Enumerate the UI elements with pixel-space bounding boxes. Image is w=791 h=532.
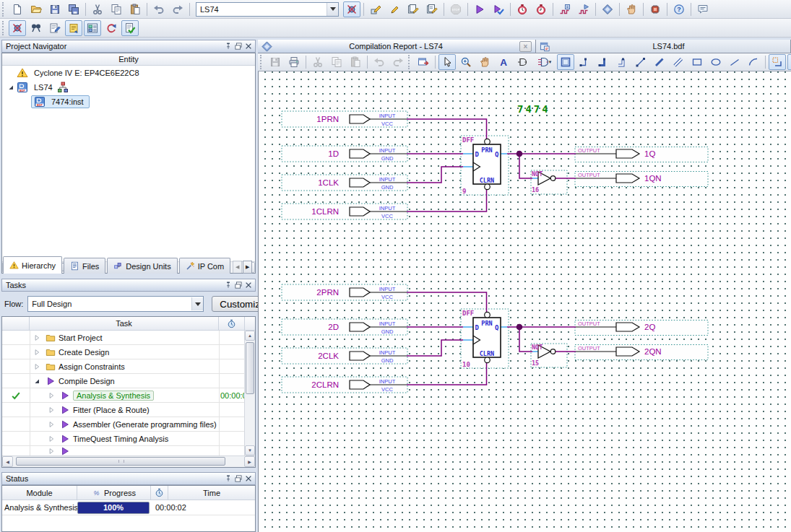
pencil-new-button[interactable] [367,1,384,17]
task-expander-icon[interactable] [47,420,59,429]
task-row[interactable]: TimeQuest Timing Analysis [2,432,245,446]
orth-node-button[interactable] [576,54,593,70]
tasks-pin-button[interactable] [224,281,233,289]
save-button[interactable] [46,1,64,17]
detect-compass-button[interactable] [343,1,360,17]
cut-button[interactable] [89,1,106,17]
task-expander-icon[interactable] [47,447,59,455]
run-check-button[interactable] [490,1,507,17]
text-tool-button[interactable]: A [495,54,512,70]
printer-button[interactable] [285,54,303,70]
task-expander-icon[interactable] [33,377,44,385]
pin-tool-button[interactable] [514,54,531,70]
undo-button[interactable] [150,1,168,17]
scroll-thumb[interactable] [16,457,225,466]
symbol-tool-button[interactable]: ▾ [532,54,556,70]
detect-compass-button[interactable] [9,20,26,36]
task-row[interactable]: Compile Design [2,374,245,388]
task-row[interactable]: Fitter (Place & Route) [2,403,245,417]
ellipse-tool-button[interactable] [707,54,725,70]
assignments-button[interactable] [84,20,101,36]
cursor-tool-button[interactable] [438,54,456,70]
tasks-float-button[interactable] [234,281,243,289]
note-goto-button[interactable] [65,20,82,36]
time-column-header[interactable]: Time [168,486,255,500]
rubberband-h-button[interactable] [769,54,786,70]
task-row[interactable]: Create Design [2,345,245,359]
hand-tool-button[interactable] [476,54,493,70]
open-folder-button[interactable] [27,1,45,17]
task-expander-icon[interactable] [33,362,44,371]
entity-tree-row[interactable]: BDFLS74 [2,80,255,95]
task-expander-icon[interactable] [33,348,44,357]
timer-1-button[interactable] [514,1,531,17]
tasks-vscrollbar[interactable]: ▲▼ [244,331,255,455]
project-navigator-close-button[interactable] [244,42,253,51]
tab-hierarchy[interactable]: Hierarchy [3,256,62,274]
check-doc-button[interactable] [121,20,139,36]
status-pin-button[interactable] [224,474,233,483]
tab-close-button[interactable]: × [519,41,532,52]
diag-conduit-button[interactable] [670,54,687,70]
entity-tree-row[interactable]: Cyclone IV E: EP4CE6E22C8 [2,66,255,80]
new-file-button[interactable] [9,1,26,17]
task-expander-icon[interactable] [47,391,59,400]
find-button[interactable] [27,20,45,36]
paste-button[interactable] [126,1,144,17]
netlist-2-button[interactable] [575,1,592,17]
toolbar-grip[interactable] [2,2,6,17]
task-expander-icon[interactable] [47,435,59,443]
project-combo-arrow[interactable] [327,3,338,16]
status-close-button[interactable] [244,474,253,483]
diag-node-button[interactable] [632,54,649,70]
task-column-header[interactable]: Task [30,317,219,330]
scroll-left-button[interactable]: ◀ [2,456,13,467]
entity-column-header[interactable]: Entity [2,53,255,66]
rubberband-v-button[interactable] [787,54,791,70]
task-row[interactable] [2,446,245,456]
module-column-header[interactable]: Module [2,486,77,500]
project-navigator-pin-button[interactable] [224,42,233,51]
toolbar-grip[interactable] [408,55,412,69]
task-row[interactable]: Assembler (Generate programming files) [2,417,245,432]
orth-bus-button[interactable] [595,54,612,70]
scroll-up-button[interactable]: ▲ [245,331,255,341]
netlist-1-button[interactable] [556,1,574,17]
toolbar-grip[interactable] [2,21,6,35]
doc-stack-edit-button[interactable] [405,1,422,17]
task-status-column-header[interactable] [2,317,30,330]
dropdown-arrow-icon[interactable]: ▾ [549,59,552,65]
task-row[interactable]: Start Project [2,331,245,345]
line-tool-button[interactable] [726,54,743,70]
refresh-button[interactable] [103,20,120,36]
doc-stack-edit2-button[interactable] [423,1,441,17]
progress-column-header[interactable]: %Progress [77,486,151,500]
task-expander-icon[interactable] [47,406,59,414]
flow-combobox[interactable]: Full Design [27,296,204,312]
timer-2-button[interactable] [532,1,550,17]
scroll-thumb[interactable] [246,342,254,394]
tasks-hscrollbar[interactable]: ◀▶ [2,455,255,467]
tab-ip-com[interactable]: IP Com [179,258,230,274]
tab-design-units[interactable]: Design Units [107,258,177,274]
task-time-column-header[interactable] [219,317,245,330]
task-row[interactable]: Assign Constraints [2,359,245,374]
programmer-button[interactable] [599,1,616,17]
status-float-button[interactable] [234,474,243,483]
detach-window-button[interactable] [415,54,432,70]
diag-bus-button[interactable] [651,54,668,70]
tab-files[interactable]: Files [64,258,105,274]
task-row[interactable]: Analysis & Synthesis00:00:0 [2,388,245,403]
zoom-tool-button[interactable] [457,54,475,70]
toolbar-grip[interactable] [260,55,264,69]
entity-tree-row[interactable]: BDF7474:inst [2,95,255,109]
feedback-button[interactable] [694,1,712,17]
tabs-scroll-right-button[interactable]: ▶ [243,261,252,274]
project-navigator-float-button[interactable] [234,42,243,51]
edit-pen-button[interactable] [46,20,64,36]
arc-tool-button[interactable] [745,54,762,70]
save-all-button[interactable] [65,1,82,17]
pin-planner-button[interactable] [647,1,664,17]
tasks-close-button[interactable] [244,281,253,289]
flow-combo-arrow[interactable] [191,297,203,310]
